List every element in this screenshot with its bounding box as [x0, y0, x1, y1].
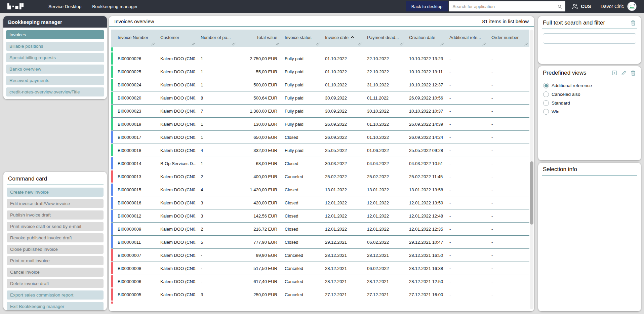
cell-order_number: -: [487, 65, 529, 78]
column-resize-handle[interactable]: [316, 42, 319, 46]
command-button[interactable]: Close published invoice: [7, 245, 104, 254]
table-row[interactable]: BI00000026Kalem DOO (CN0...12.750,00 EUR…: [111, 52, 529, 65]
column-resize-handle[interactable]: [400, 42, 403, 46]
table-row[interactable]: BI00000013Kalem DOO (CN0...2400,00 EURCa…: [111, 170, 529, 183]
column-resize-handle[interactable]: [232, 42, 235, 46]
column-header-payment_deadline[interactable]: Payment dead...: [363, 30, 405, 47]
cell-payment_deadline: 30.10.2022: [363, 105, 405, 117]
command-button[interactable]: Export sales commission report: [7, 290, 104, 300]
sidebar-nav-item[interactable]: Banks overview: [6, 65, 104, 74]
table-row[interactable]: BI00000019Kalem DOO (CN0...1130,00 EURFu…: [111, 118, 529, 131]
add-view-icon[interactable]: [611, 70, 617, 76]
search-icon[interactable]: [557, 4, 563, 9]
cell-creation_date: 26.09.2022 10:56: [405, 91, 445, 104]
table-row[interactable]: BI00000018Kalem DOO (CN0...4332,00 EURFu…: [111, 144, 529, 157]
column-resize-handle[interactable]: [358, 42, 361, 46]
table-row[interactable]: BI00000015Kalem DOO (CN0...41.420,00 EUR…: [111, 183, 529, 196]
cell-customer: Kalem DOO (CN0...: [156, 78, 197, 91]
column-header-invoice_status[interactable]: Invoice status: [281, 30, 321, 47]
user-avatar[interactable]: [627, 2, 637, 11]
cell-payment_deadline: 28.12.2021: [363, 275, 405, 288]
command-button[interactable]: Publish invoice draft: [7, 210, 104, 220]
scrollbar-thumb[interactable]: [530, 161, 533, 225]
sidebar-nav-item[interactable]: Received payments: [6, 76, 104, 85]
command-button[interactable]: Cancel invoice: [7, 268, 104, 277]
column-header-total_value[interactable]: Total value: [237, 30, 281, 47]
table-row[interactable]: BI00000007Kalem DOO (CN0...-99,90 EURCan…: [111, 249, 529, 262]
sidebar-nav-item[interactable]: Special billing requests: [6, 53, 104, 62]
radio-button-icon: [543, 91, 549, 97]
table-row[interactable]: BI00000012Kalem DOO (CN0...3142,56 EURCl…: [111, 209, 529, 223]
column-resize-handle[interactable]: [192, 42, 195, 46]
fulltext-search-input[interactable]: [543, 33, 636, 44]
command-list: Create new invoiceEdit invoice draft/Vie…: [3, 185, 107, 310]
status-color-bar: [111, 144, 113, 156]
column-resize-handle[interactable]: [151, 42, 155, 46]
cell-creation_date: 12.01.2022 12:48: [405, 209, 445, 222]
table-row[interactable]: BI00000016Kalem DOO (CN0...3420,00 EURCl…: [111, 196, 529, 209]
cell-invoice_date: 29.12.2021: [321, 236, 363, 248]
topbar-menu-item[interactable]: Service Desktop: [43, 0, 87, 13]
column-header-invoice_date[interactable]: Invoice date: [321, 30, 363, 47]
column-resize-handle[interactable]: [482, 42, 486, 46]
table-row[interactable]: BI00000020Kalem DOO (CN0...8500,64 EURFu…: [111, 91, 529, 105]
table-row[interactable]: BI00000005Kalem DOO (CN0...3250,00 EURCa…: [111, 288, 529, 301]
column-header-additional_reference[interactable]: Additional refe...: [445, 30, 487, 47]
edit-view-icon[interactable]: [620, 70, 627, 76]
cell-customer: Kalem DOO (CN0...: [156, 262, 197, 275]
topbar-menu-item[interactable]: Bookkeeping manager: [87, 0, 143, 13]
column-header-number_of_positions[interactable]: Number of po...: [197, 30, 237, 47]
application-search-input[interactable]: [452, 4, 557, 9]
command-button[interactable]: Print or mail invoice: [7, 256, 104, 265]
column-header-customer[interactable]: Customer: [156, 30, 197, 47]
sidebar-nav-item[interactable]: Invoices: [6, 30, 104, 39]
delete-view-icon[interactable]: [630, 70, 636, 76]
sidebar-nav-item[interactable]: Billable positions: [6, 42, 104, 51]
table-row[interactable]: [111, 301, 529, 304]
predefined-view-option[interactable]: Additional reference: [543, 83, 636, 88]
sidebar-nav-item[interactable]: credit-notes-overview.overviewTitle: [6, 87, 104, 96]
cell-creation_date: 28.12.2021 12:50: [405, 275, 445, 288]
status-color-bar: [111, 92, 113, 104]
table-row[interactable]: BI00000023Kalem DOO (CN0...71.360,00 EUR…: [111, 105, 529, 118]
command-button[interactable]: Delete invoice draft: [7, 279, 104, 288]
command-button[interactable]: Print invoice draft or send by e-mail: [7, 222, 104, 231]
table-row[interactable]: [111, 47, 529, 52]
command-button[interactable]: Exit Bookkeeping manager: [7, 302, 104, 310]
table-row[interactable]: BI00000024Kalem DOO (CN0...1500,00 EURFu…: [111, 78, 529, 91]
command-button[interactable]: Edit invoice draft/View invoice: [7, 199, 104, 208]
predefined-view-option[interactable]: Canceled also: [543, 91, 636, 97]
command-card-title: Command card: [7, 172, 104, 185]
table-row[interactable]: BI00000008Kalem DOO (CN0...-517,50 EURCa…: [111, 262, 529, 275]
table-row[interactable]: BI00000006Kalem DOO (CN0...-617,40 EURCa…: [111, 275, 529, 288]
back-to-desktop-button[interactable]: Back to desktop: [406, 1, 448, 11]
table-row[interactable]: BI00000014B-Op Services D...168,00 EURCl…: [111, 157, 529, 170]
cell-additional_reference: -: [445, 131, 487, 144]
table-row[interactable]: BI00000025Kalem DOO (CN0...155,00 EURFul…: [111, 65, 529, 78]
predefined-view-option[interactable]: Standard: [543, 100, 636, 106]
table-row[interactable]: BI00000017Kalem DOO (CN0...1650,00 EURCl…: [111, 131, 529, 144]
status-color-bar: [111, 275, 113, 287]
cell-payment_deadline: 12.01.2022: [363, 223, 405, 235]
cell-total_value: 500,64 EUR: [237, 91, 281, 104]
column-header-creation_date[interactable]: Creation date: [405, 30, 445, 47]
cell-creation_date: 26.09.2022 14:24: [405, 131, 445, 144]
cell-total_value: 99,90 EUR: [237, 249, 281, 262]
column-resize-handle[interactable]: [276, 42, 279, 46]
command-button[interactable]: Create new invoice: [7, 188, 104, 197]
predefined-views-list: Additional reference Canceled also Stand…: [538, 79, 641, 121]
cell-customer: Kalem DOO (CN0...: [156, 105, 197, 117]
column-resize-handle[interactable]: [440, 42, 444, 46]
column-resize-handle[interactable]: [524, 42, 528, 46]
predefined-view-option[interactable]: Win: [543, 109, 636, 115]
command-button[interactable]: Revoke published invoice draft: [7, 233, 104, 242]
table-row[interactable]: BI00000009Kalem DOO (CN0...2216,72 EURCl…: [111, 223, 529, 236]
table-row[interactable]: BI00000011Kalem DOO (CN0...5777,90 EURCl…: [111, 236, 529, 249]
clear-filter-trash-icon[interactable]: [630, 20, 636, 26]
column-header-order_number[interactable]: Order number: [487, 30, 529, 47]
column-header-invoice_number[interactable]: Invoice Number: [114, 30, 156, 47]
cell-additional_reference: -: [445, 91, 487, 104]
cell-additional_reference: -: [445, 118, 487, 130]
table-scrollbar[interactable]: [530, 30, 533, 309]
customer-context[interactable]: CUS: [571, 3, 591, 10]
